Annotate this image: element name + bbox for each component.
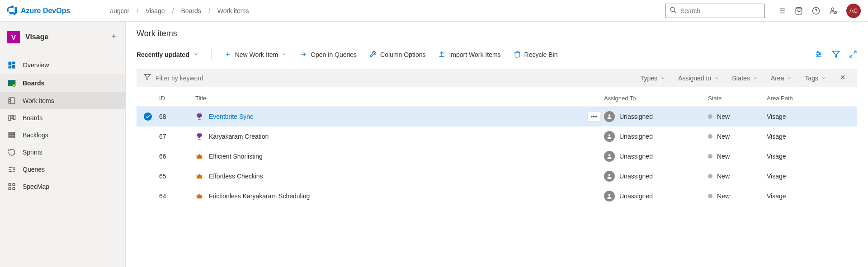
nav-overview[interactable]: Overview	[0, 56, 125, 74]
funnel-icon	[144, 74, 151, 82]
svg-point-55	[609, 134, 611, 136]
row-title[interactable]: Eventbrite Sync	[209, 113, 253, 120]
state-dot-icon	[708, 194, 712, 198]
row-assigned[interactable]: Unassigned	[604, 171, 708, 182]
nav-label: Work items	[23, 97, 54, 104]
row-checkbox[interactable]	[144, 112, 159, 121]
user-settings-icon[interactable]	[829, 7, 837, 15]
backlogs-icon	[7, 131, 16, 139]
list-icon[interactable]	[778, 7, 786, 15]
state-dot-icon	[708, 174, 712, 178]
state-dot-icon	[708, 154, 712, 159]
nav-work-items[interactable]: Work items	[0, 92, 125, 109]
new-work-item-button[interactable]: New Work Item	[224, 51, 287, 59]
row-title[interactable]: Karyakaram Creation	[209, 133, 269, 140]
nav-backlogs[interactable]: Backlogs	[0, 126, 125, 144]
row-title[interactable]: Effortless Checkins	[209, 173, 263, 180]
layout: V Visage Overview Boards	[0, 22, 868, 267]
nav-queries[interactable]: Queries	[0, 161, 125, 178]
close-filter-button[interactable]	[835, 74, 850, 82]
import-icon	[438, 51, 445, 59]
filter-tags[interactable]: Tags	[801, 75, 830, 82]
breadcrumb-section[interactable]: Boards	[181, 7, 201, 14]
nav-label: SpecMap	[23, 183, 49, 190]
row-assigned[interactable]: Unassigned	[604, 111, 708, 122]
table-header: ID Title Assigned To State Area Path	[137, 90, 857, 107]
svg-rect-22	[9, 115, 10, 121]
unassigned-avatar-icon	[604, 191, 615, 201]
nav-specmap[interactable]: SpecMap	[0, 178, 125, 195]
table-row[interactable]: 66 Efficient Shorlisting ••• Unassigned …	[137, 146, 857, 166]
settings-icon[interactable]	[815, 50, 823, 60]
breadcrumb-page[interactable]: Work items	[217, 7, 249, 14]
nav-sprints[interactable]: Sprints	[0, 144, 125, 161]
filter-input-wrap[interactable]	[144, 74, 632, 82]
table-row[interactable]: 65 Effortless Checkins ••• Unassigned Ne…	[137, 166, 857, 186]
col-area-header[interactable]: Area Path	[767, 95, 857, 102]
project-badge: V	[7, 31, 20, 43]
azure-devops-icon	[7, 5, 17, 16]
user-avatar[interactable]: AC	[846, 4, 861, 18]
filter-label: Area	[771, 75, 784, 82]
breadcrumb: augcor / Visage / Boards / Work items	[110, 7, 662, 14]
search-box[interactable]	[665, 4, 765, 18]
col-id-header[interactable]: ID	[159, 95, 195, 102]
chevron-down-icon	[282, 51, 287, 58]
row-title[interactable]: Frictionless Karyakaram Scheduling	[209, 192, 310, 200]
filter-area[interactable]: Area	[767, 75, 796, 82]
breadcrumb-org[interactable]: augcor	[110, 7, 129, 14]
recycle-bin-button[interactable]: Recycle Bin	[514, 51, 558, 59]
row-title-cell: Effortless Checkins •••	[195, 173, 604, 180]
col-title-header[interactable]: Title	[195, 95, 604, 102]
row-title[interactable]: Efficient Shorlisting	[209, 153, 263, 160]
overview-icon	[7, 61, 16, 70]
import-button[interactable]: Import Work Items	[438, 51, 500, 59]
filter-states[interactable]: States	[728, 75, 762, 82]
svg-point-58	[609, 194, 611, 196]
breadcrumb-project[interactable]: Visage	[146, 7, 165, 14]
state-text: New	[717, 192, 730, 200]
filter-keyword-input[interactable]	[156, 75, 632, 82]
open-queries-button[interactable]: Open in Queries	[300, 51, 357, 59]
table-row[interactable]: 68 Eventbrite Sync ••• Unassigned New Vi…	[137, 107, 857, 126]
breadcrumb-sep: /	[172, 7, 174, 14]
search-input[interactable]	[680, 7, 761, 14]
help-icon[interactable]	[812, 7, 820, 15]
logo-area[interactable]: Azure DevOps	[7, 5, 70, 16]
filter-label: Tags	[805, 75, 818, 82]
table-row[interactable]: 67 Karyakaram Creation ••• Unassigned Ne…	[137, 126, 857, 146]
svg-rect-35	[13, 183, 15, 186]
shopping-bag-icon[interactable]	[795, 7, 803, 15]
filter-label: Assigned to	[678, 75, 711, 82]
state-text: New	[717, 113, 730, 120]
view-dropdown[interactable]: Recently updated	[137, 51, 198, 58]
assigned-text: Unassigned	[619, 133, 653, 140]
nav-boards-sub[interactable]: Boards	[0, 109, 125, 126]
svg-line-50	[850, 55, 852, 57]
filter-assigned-to[interactable]: Assigned to	[675, 75, 723, 82]
row-more-button[interactable]: •••	[587, 112, 600, 122]
row-assigned[interactable]: Unassigned	[604, 131, 708, 142]
nav-boards[interactable]: Boards	[0, 74, 125, 92]
state-text: New	[717, 133, 730, 140]
toolbar-separator	[211, 49, 212, 60]
col-state-header[interactable]: State	[708, 95, 767, 102]
col-assigned-header[interactable]: Assigned To	[604, 95, 708, 102]
boards-icon	[7, 79, 16, 88]
column-options-button[interactable]: Column Options	[369, 51, 425, 59]
row-assigned[interactable]: Unassigned	[604, 151, 708, 162]
nav-label: Boards	[23, 114, 42, 122]
row-assigned[interactable]: Unassigned	[604, 191, 708, 201]
button-label: Column Options	[380, 51, 425, 58]
filter-icon[interactable]	[832, 50, 840, 60]
project-header[interactable]: V Visage	[0, 27, 125, 47]
svg-rect-27	[9, 136, 15, 138]
add-project-button[interactable]	[110, 33, 118, 42]
table-row[interactable]: 64 Frictionless Karyakaram Scheduling ••…	[137, 186, 857, 206]
filter-types[interactable]: Types	[637, 75, 669, 82]
top-actions: AC	[778, 4, 861, 18]
nav-label: Backlogs	[23, 131, 48, 139]
fullscreen-icon[interactable]	[849, 50, 857, 60]
svg-rect-25	[9, 132, 15, 134]
unassigned-avatar-icon	[604, 111, 615, 122]
